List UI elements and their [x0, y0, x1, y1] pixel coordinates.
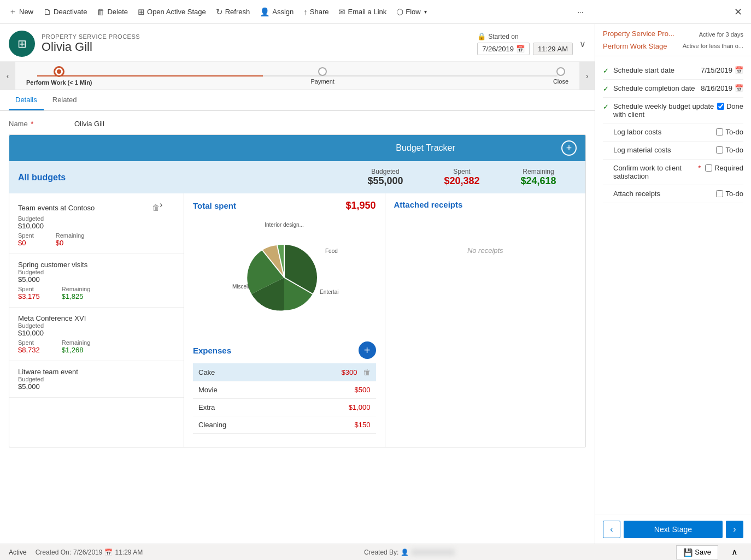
- checklist-item-5: ✓ Confirm work to client satisfaction * …: [603, 160, 743, 185]
- expenses-header: Expenses +: [193, 337, 376, 363]
- calendar-icon-0[interactable]: 📅: [735, 66, 743, 74]
- toolbar: ＋ New 🗋 Deactivate 🗑 Delete ⊞ Open Activ…: [0, 0, 751, 24]
- check-checkbox-3[interactable]: [716, 128, 723, 135]
- rp-subtitle[interactable]: Perform Work Stage: [603, 42, 667, 50]
- expense-amount-3: $150: [355, 421, 371, 429]
- expense-delete-0[interactable]: 🗑: [363, 368, 371, 376]
- close-button[interactable]: ✕: [730, 4, 747, 20]
- budget-tracker-title: Budget Tracker: [290, 143, 561, 153]
- pie-chart: Interior design... Food Entertainment Mi…: [193, 216, 376, 333]
- tab-related[interactable]: Related: [46, 90, 84, 110]
- budget-item-delete-0[interactable]: 🗑: [152, 203, 160, 212]
- check-label-4: Log material costs: [613, 146, 716, 154]
- expense-row-2[interactable]: Extra $1,000: [193, 399, 376, 416]
- budget-item-chevron-0[interactable]: ›: [160, 200, 175, 215]
- check-value-5: * Required: [698, 164, 743, 172]
- delete-button[interactable]: 🗑 Delete: [92, 5, 132, 19]
- budget-item-name-1: Spring customer visits: [18, 261, 175, 269]
- budget-budgeted-col: Budgeted $55,000: [347, 168, 424, 187]
- assign-button[interactable]: 👤 Assign: [255, 5, 298, 19]
- close-icon: ✕: [734, 7, 742, 17]
- more-button[interactable]: ···: [573, 5, 588, 18]
- time-input[interactable]: 11:29 AM: [533, 43, 573, 55]
- expense-name-2: Extra: [198, 403, 215, 411]
- stage-item-perform-work[interactable]: Perform Work (< 1 Min): [26, 66, 92, 86]
- budget-item-budgeted-label-1: Budgeted: [18, 269, 175, 275]
- expense-right-0: $300 🗑: [342, 368, 371, 376]
- stages-flex: Perform Work (< 1 Min) Payment Close: [26, 62, 568, 90]
- budget-item-budgeted-val-3: $5,000: [18, 382, 175, 391]
- checkmark-icon-0: ✓: [603, 67, 609, 75]
- share-button[interactable]: ↑ Share: [299, 5, 333, 19]
- stage-prev-button[interactable]: ‹: [0, 62, 15, 90]
- deactivate-button[interactable]: 🗋 Deactivate: [39, 5, 91, 19]
- expense-right-3: $150: [355, 421, 371, 429]
- created-by-label: Created By:: [364, 549, 398, 556]
- list-item[interactable]: Spring customer visits Budgeted $5,000 S…: [9, 254, 184, 308]
- tab-details[interactable]: Details: [9, 90, 44, 110]
- open-active-stage-button[interactable]: ⊞ Open Active Stage: [133, 5, 210, 19]
- email-link-button[interactable]: ✉ Email a Link: [334, 5, 391, 19]
- budget-item-budgeted-val-0: $10,000: [18, 222, 175, 230]
- calendar-icon: 📅: [516, 45, 525, 53]
- name-value: Olivia Gill: [74, 120, 586, 128]
- receipts-col: Attached receipts No receipts: [385, 193, 586, 447]
- check-checkbox-6[interactable]: [716, 190, 723, 197]
- next-stage-chevron-button[interactable]: ›: [726, 521, 743, 538]
- check-checkbox-5[interactable]: [705, 164, 712, 172]
- budget-right-top: Total spent $1,950 Interior design... Fo…: [184, 193, 585, 447]
- checklist-item-2: ✓ Schedule weekly budget update with cli…: [603, 98, 743, 123]
- expense-row-1[interactable]: Movie $500: [193, 381, 376, 399]
- rp-checklist: ✓ Schedule start date 7/15/2019 📅 ✓ Sche…: [595, 56, 751, 515]
- list-item[interactable]: Team events at Contoso 🗑 › Budgeted $10,…: [9, 193, 184, 254]
- stage-icon: ⊞: [138, 7, 145, 17]
- receipts-label: Attached receipts: [394, 193, 577, 214]
- budget-add-button[interactable]: +: [561, 140, 577, 156]
- status-chevron-button[interactable]: ∧: [727, 545, 742, 559]
- main-panel: ⊞ PROPERTY SERVICE PROCESS Olivia Gill 🔒…: [0, 24, 595, 544]
- email-icon: ✉: [338, 7, 345, 17]
- budget-item-budgeted-label-0: Budgeted: [18, 215, 175, 222]
- created-on-label: Created On:: [36, 549, 71, 556]
- expense-amount-1: $500: [355, 386, 371, 394]
- stage-label-2: Close: [553, 78, 568, 85]
- svg-text:Interior design...: Interior design...: [265, 222, 304, 228]
- calendar-icon-1[interactable]: 📅: [735, 84, 743, 92]
- next-stage-button[interactable]: Next Stage: [624, 521, 723, 538]
- lock-icon: 🔒: [477, 32, 486, 40]
- created-by-value: [411, 549, 455, 556]
- spent-value: $20,382: [424, 175, 500, 187]
- checkmark-icon-2: ✓: [603, 103, 609, 111]
- expense-amount-2: $1,000: [349, 403, 371, 411]
- list-item[interactable]: Litware team event Budgeted $5,000: [9, 361, 184, 398]
- add-expense-button[interactable]: +: [359, 341, 376, 359]
- prev-stage-button[interactable]: ‹: [603, 521, 620, 538]
- check-checkbox-2[interactable]: [717, 103, 724, 110]
- expense-row-3[interactable]: Cleaning $150: [193, 416, 376, 434]
- stage-item-close[interactable]: Close: [553, 67, 568, 85]
- stage-item-payment[interactable]: Payment: [310, 67, 334, 85]
- date-input[interactable]: 7/26/2019 📅: [477, 43, 530, 55]
- header-chevron-icon[interactable]: ∨: [579, 39, 586, 49]
- refresh-button[interactable]: ↻ Refresh: [212, 5, 255, 19]
- rp-title[interactable]: Property Service Pro...: [603, 30, 674, 38]
- total-spent-value: $1,950: [345, 200, 376, 211]
- rp-active2-label: Active for less than o...: [683, 43, 743, 49]
- stage-dot-active: [54, 66, 64, 77]
- new-button[interactable]: ＋ New: [4, 4, 38, 19]
- status-created-by: Created By: 👤: [364, 549, 455, 556]
- status-active-badge: Active: [9, 549, 27, 556]
- budget-tracker-header: Budget Tracker +: [9, 135, 585, 161]
- list-item[interactable]: Meta Conference XVI Budgeted $10,000 Spe…: [9, 308, 184, 361]
- save-button[interactable]: 💾 Save: [676, 545, 718, 559]
- flow-button[interactable]: ⬡ Flow ▾: [392, 5, 431, 19]
- spent-label: Spent: [424, 168, 500, 175]
- record-icon: ⊞: [9, 31, 35, 57]
- stage-next-button[interactable]: ›: [579, 62, 595, 90]
- right-panel: Property Service Pro... Active for 3 day…: [595, 24, 751, 544]
- check-checkbox-4[interactable]: [716, 146, 723, 154]
- name-form-row: Name * Olivia Gill: [9, 120, 586, 128]
- expense-row-0[interactable]: Cake $300 🗑: [193, 363, 376, 381]
- required-asterisk: *: [31, 120, 33, 128]
- status-bar: Active Created On: 7/26/2019 📅 11:29 AM …: [0, 544, 751, 560]
